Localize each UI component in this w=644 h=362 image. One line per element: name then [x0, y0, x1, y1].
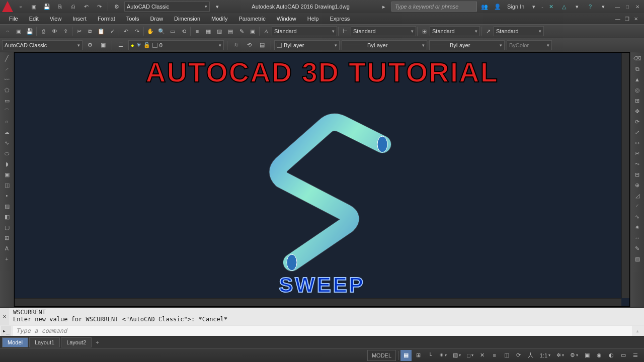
design-center-icon[interactable]: ▦	[203, 26, 214, 37]
blend-icon[interactable]: ∿	[632, 212, 643, 222]
tab-add-button[interactable]: +	[93, 339, 102, 345]
mirror-icon[interactable]: ▲	[632, 74, 643, 84]
qat-print-icon[interactable]: ⎙	[67, 1, 78, 12]
menu-insert[interactable]: Insert	[67, 15, 92, 23]
menu-draw[interactable]: Draw	[145, 15, 168, 23]
search-icon[interactable]: 👥	[479, 1, 490, 12]
status-osnap-icon[interactable]: □▾	[464, 350, 476, 361]
a360-chevron-icon[interactable]: ▾	[572, 1, 583, 12]
trim-icon[interactable]: ✂	[632, 148, 643, 158]
join-icon[interactable]: ⊕	[632, 180, 643, 190]
polygon-icon[interactable]: ⬠	[2, 85, 13, 95]
menu-help[interactable]: Help	[302, 15, 324, 23]
lineweight-dropdown[interactable]: ByLayer	[429, 40, 505, 50]
move-icon[interactable]: ✥	[632, 106, 643, 116]
exchange-icon[interactable]: ✕	[545, 1, 556, 12]
circle-icon[interactable]: ○	[2, 117, 13, 127]
status-hw-icon[interactable]: ◐	[606, 350, 617, 361]
linetype-dropdown[interactable]: ByLayer	[342, 40, 427, 50]
zoom-rt-icon[interactable]: 🔍	[156, 26, 167, 37]
qat-save-icon[interactable]: 💾	[41, 1, 52, 12]
close-icon[interactable]: ✕	[633, 3, 642, 11]
qat-saveas-icon[interactable]: ⎘	[54, 1, 65, 12]
menu-window[interactable]: Window	[272, 15, 301, 23]
sheet-set-icon[interactable]: ▤	[225, 26, 236, 37]
command-history[interactable]: WSCURRENT Enter new value for WSCURRENT …	[9, 308, 644, 325]
publish-icon[interactable]: ⇪	[60, 26, 71, 37]
commandline-close-icon[interactable]: ✕	[0, 308, 9, 325]
menu-edit[interactable]: Edit	[24, 15, 44, 23]
status-ws-gear-icon[interactable]: ⚙▾	[568, 350, 581, 361]
extend-icon[interactable]: ⤳	[632, 159, 643, 169]
fillet-icon[interactable]: ◜	[632, 201, 643, 211]
doc-close-icon[interactable]: ✕	[632, 15, 640, 23]
tab-layout1[interactable]: Layout1	[29, 337, 60, 347]
block-icon[interactable]: ◫	[2, 180, 13, 190]
scrollbar-horizontal[interactable]	[15, 298, 621, 306]
tab-model[interactable]: Model	[2, 337, 28, 347]
status-3dosnap-icon[interactable]: ✕	[477, 350, 488, 361]
edit-poly-icon[interactable]: ✎	[632, 243, 643, 253]
markup-icon[interactable]: ✎	[236, 26, 247, 37]
mleader-style-dropdown[interactable]: Standard	[494, 26, 544, 36]
save-icon[interactable]: 💾	[24, 26, 35, 37]
erase-icon[interactable]: ⌫	[632, 53, 643, 63]
copy-obj-icon[interactable]: ⧉	[632, 64, 643, 74]
qat-undo-icon[interactable]: ↶	[80, 1, 92, 12]
workspace-dropdown[interactable]: AutoCAD Classic	[124, 2, 210, 12]
status-model-button[interactable]: MODEL	[367, 350, 396, 361]
pline-icon[interactable]: 〰	[2, 74, 13, 84]
status-clean-icon[interactable]: ▭	[618, 350, 629, 361]
menu-format[interactable]: Format	[93, 15, 120, 23]
status-snap-icon[interactable]: ⊞	[413, 350, 424, 361]
arc-icon[interactable]: ⌒	[2, 106, 13, 116]
zoom-prev-icon[interactable]: ⟲	[178, 26, 189, 37]
stretch-icon[interactable]: ⇿	[632, 138, 643, 148]
open-icon[interactable]: ▣	[13, 26, 24, 37]
layer-prev-icon[interactable]: ⟲	[244, 40, 255, 51]
status-cycling-icon[interactable]: ⟳	[513, 350, 524, 361]
table-icon[interactable]: ⊞	[2, 233, 13, 243]
mtext-icon[interactable]: A	[2, 243, 13, 253]
hatch-icon[interactable]: ▨	[2, 201, 13, 211]
gradient-icon[interactable]: ◧	[2, 212, 13, 222]
new-icon[interactable]: ▫	[2, 26, 13, 37]
scrollbar-vertical[interactable]	[621, 53, 629, 298]
status-dynucs-icon[interactable]: 人	[525, 350, 536, 361]
maximize-icon[interactable]: □	[623, 3, 632, 11]
paste-icon[interactable]: 📋	[96, 26, 107, 37]
qat-redo-icon[interactable]: ↷	[94, 1, 105, 12]
command-prompt-icon[interactable]: ▸_	[1, 326, 11, 336]
rectangle-icon[interactable]: ▭	[2, 96, 13, 106]
ellipse-arc-icon[interactable]: ◗	[2, 159, 13, 169]
menu-tools[interactable]: Tools	[121, 15, 144, 23]
status-lwt-icon[interactable]: ≡	[489, 350, 500, 361]
layer-dropdown[interactable]: ● ☀ 🔓 0	[128, 40, 224, 50]
a360-icon[interactable]: △	[558, 1, 570, 12]
tab-layout2[interactable]: Layout2	[61, 337, 92, 347]
add-selected-icon[interactable]: +	[2, 254, 13, 264]
ws-settings-icon[interactable]: ▣	[98, 40, 109, 51]
qat-dropdown-icon[interactable]: ▾	[212, 1, 223, 12]
menu-modify[interactable]: Modify	[206, 15, 232, 23]
chamfer-icon[interactable]: ◿	[632, 191, 643, 201]
cut-icon[interactable]: ✂	[73, 26, 85, 37]
spline-icon[interactable]: ∿	[2, 138, 13, 148]
command-input[interactable]: Type a command	[13, 326, 632, 336]
menu-dimension[interactable]: Dimension	[169, 15, 205, 23]
ellipse-icon[interactable]: ⬭	[2, 148, 13, 158]
doc-restore-icon[interactable]: ❐	[623, 15, 631, 23]
ws-gear-icon[interactable]: ⚙	[85, 40, 96, 51]
xline-icon[interactable]: ⟋	[2, 64, 13, 74]
status-transparency-icon[interactable]: ◫	[501, 350, 512, 361]
layer-props-icon[interactable]: ☰	[115, 40, 126, 51]
layer-match-icon[interactable]: ≋	[230, 40, 242, 51]
pan-icon[interactable]: ✋	[145, 26, 156, 37]
zoom-win-icon[interactable]: ▭	[167, 26, 178, 37]
plot-icon[interactable]: ⎙	[38, 26, 49, 37]
plotstyle-dropdown[interactable]: ByColor	[507, 40, 552, 50]
workspace-dropdown-2[interactable]: AutoCAD Classic	[2, 40, 83, 50]
copy-icon[interactable]: ⧉	[85, 26, 96, 37]
dim-style-icon[interactable]: ⊢	[340, 26, 351, 37]
point-icon[interactable]: •	[2, 191, 13, 201]
